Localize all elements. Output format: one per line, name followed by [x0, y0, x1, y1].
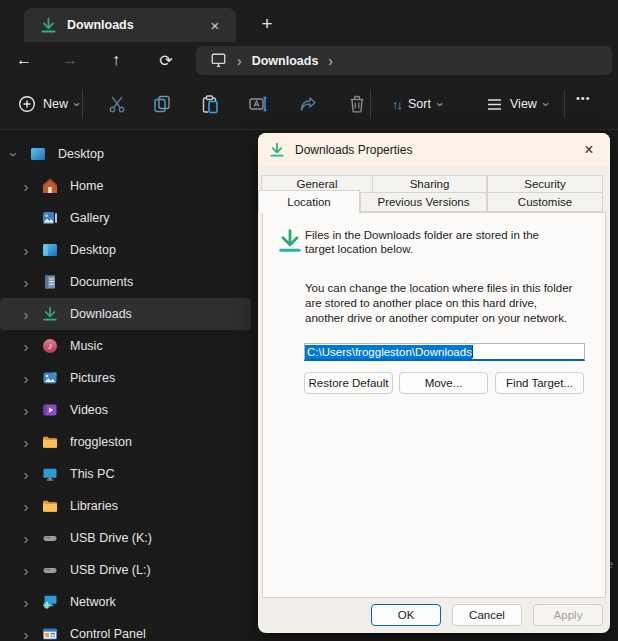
- tab-customise[interactable]: Customise: [487, 192, 603, 212]
- sidebar-item-videos[interactable]: › Videos: [0, 394, 251, 426]
- gallery-icon: [42, 210, 58, 226]
- chevron-right-icon[interactable]: ›: [20, 274, 32, 291]
- refresh-icon[interactable]: ⟳: [152, 46, 180, 74]
- downloads-icon: [40, 17, 57, 34]
- sidebar-item-pictures[interactable]: › Pictures: [0, 362, 251, 394]
- usb-drive-icon: [42, 562, 58, 578]
- sidebar-item-froggleston[interactable]: › froggleston: [0, 426, 251, 458]
- sidebar-item-libraries[interactable]: › Libraries: [0, 490, 251, 522]
- sidebar-item-usb-drive-l[interactable]: › USB Drive (L:): [0, 554, 251, 586]
- videos-icon: [42, 402, 58, 418]
- tab-previous-versions[interactable]: Previous Versions: [360, 192, 487, 212]
- tab-security[interactable]: Security: [487, 175, 603, 193]
- downloads-properties-dialog: Downloads Properties × General Sharing S…: [258, 133, 610, 633]
- command-toolbar: New ›: [0, 78, 618, 130]
- chevron-right-icon[interactable]: ›: [20, 242, 32, 259]
- chevron-right-icon[interactable]: ›: [20, 562, 32, 579]
- sidebar-item-desktop-root[interactable]: › Desktop: [0, 138, 251, 170]
- downloads-icon: [277, 227, 303, 255]
- chevron-right-icon: ›: [237, 53, 242, 69]
- dialog-close-icon[interactable]: ×: [574, 138, 604, 162]
- back-icon[interactable]: ←: [10, 46, 38, 74]
- new-label: New: [43, 97, 68, 111]
- cut-icon[interactable]: [107, 94, 127, 114]
- copy-icon[interactable]: [152, 94, 172, 114]
- up-icon[interactable]: ↑: [102, 46, 130, 74]
- sort-arrows-icon: ↑↓: [392, 97, 401, 112]
- sidebar-item-desktop[interactable]: › Desktop: [0, 234, 251, 266]
- chevron-right-icon[interactable]: ›: [20, 306, 32, 323]
- sidebar-item-home[interactable]: › Home: [0, 170, 251, 202]
- apply-button[interactable]: Apply: [533, 604, 603, 626]
- chevron-right-icon[interactable]: ›: [20, 370, 32, 387]
- dialog-title: Downloads Properties: [295, 143, 574, 157]
- sort-button[interactable]: ↑↓ Sort ›: [392, 90, 442, 118]
- desktop-icon: [42, 242, 58, 258]
- cancel-button[interactable]: Cancel: [452, 604, 522, 626]
- view-button[interactable]: View ›: [486, 90, 548, 118]
- description-text: You can change the location where files …: [305, 281, 573, 326]
- view-label: View: [510, 97, 537, 111]
- this-pc-icon: [210, 53, 227, 68]
- toolbar-separator: [370, 90, 371, 118]
- chevron-right-icon[interactable]: ›: [328, 53, 333, 69]
- chevron-down-icon[interactable]: ›: [6, 148, 23, 160]
- sort-label: Sort: [408, 97, 431, 111]
- selected-path-text: C:\Users\froggleston\Downloads: [305, 345, 472, 359]
- paste-icon[interactable]: [200, 94, 220, 114]
- forward-icon[interactable]: →: [56, 46, 84, 74]
- usb-drive-icon: [42, 530, 58, 546]
- sidebar-item-network[interactable]: › Network: [0, 586, 251, 618]
- dialog-title-bar: Downloads Properties ×: [258, 133, 610, 166]
- chevron-right-icon[interactable]: ›: [20, 434, 32, 451]
- breadcrumb[interactable]: Downloads: [252, 54, 319, 68]
- home-icon: [42, 178, 58, 194]
- share-icon[interactable]: [298, 94, 318, 114]
- new-tab-button[interactable]: +: [252, 10, 282, 38]
- sidebar-item-gallery[interactable]: › Gallery: [0, 202, 251, 234]
- view-lines-icon: [486, 96, 503, 113]
- sidebar-item-documents[interactable]: › Documents: [0, 266, 251, 298]
- see-more-button[interactable]: •••: [576, 92, 591, 104]
- sidebar-item-this-pc[interactable]: › This PC: [0, 458, 251, 490]
- tab-title: Downloads: [67, 18, 204, 32]
- tab-location[interactable]: Location: [258, 190, 360, 213]
- chevron-right-icon[interactable]: ›: [20, 594, 32, 611]
- find-target-button[interactable]: Find Target...: [495, 372, 584, 394]
- desktop-icon: [30, 146, 46, 162]
- folder-icon: [42, 434, 58, 450]
- address-bar[interactable]: › Downloads ›: [196, 46, 612, 75]
- file-explorer-window: Downloads × + ← → ↑ ⟳ › Downloads › New: [0, 0, 618, 641]
- move-button[interactable]: Move...: [399, 372, 488, 394]
- navigation-pane: › Desktop › Home › Gallery ›: [0, 131, 251, 641]
- chevron-right-icon[interactable]: ›: [20, 498, 32, 515]
- location-tab-page: Files in the Downloads folder are stored…: [262, 212, 606, 598]
- intro-text: Files in the Downloads folder are stored…: [305, 228, 559, 256]
- navigation-bar: ← → ↑ ⟳ › Downloads ›: [0, 42, 618, 78]
- rename-icon[interactable]: [248, 94, 268, 114]
- network-icon: [42, 594, 58, 610]
- sidebar-item-control-panel[interactable]: › Control Panel: [0, 618, 251, 641]
- sidebar-item-downloads[interactable]: › Downloads: [0, 298, 251, 330]
- chevron-right-icon[interactable]: ›: [20, 338, 32, 355]
- sidebar-item-usb-drive-k[interactable]: › USB Drive (K:): [0, 522, 251, 554]
- documents-icon: [42, 274, 58, 290]
- toolbar-separator: [82, 90, 83, 118]
- toolbar-separator: [564, 90, 565, 118]
- ok-button[interactable]: OK: [371, 604, 441, 626]
- restore-default-button[interactable]: Restore Default: [304, 372, 393, 394]
- text-caret: [472, 345, 473, 358]
- chevron-right-icon[interactable]: ›: [20, 626, 32, 641]
- chevron-down-icon: ›: [539, 102, 554, 106]
- delete-icon[interactable]: [347, 94, 367, 114]
- tab-sharing[interactable]: Sharing: [372, 175, 487, 193]
- new-button[interactable]: New ›: [12, 90, 85, 118]
- chevron-right-icon[interactable]: ›: [20, 402, 32, 419]
- target-path-input[interactable]: C:\Users\froggleston\Downloads: [304, 343, 585, 361]
- chevron-right-icon[interactable]: ›: [20, 178, 32, 195]
- tab-close-icon[interactable]: ×: [204, 14, 226, 36]
- sidebar-item-music[interactable]: › ♪ Music: [0, 330, 251, 362]
- explorer-tab-downloads[interactable]: Downloads ×: [24, 8, 236, 42]
- chevron-right-icon[interactable]: ›: [20, 530, 32, 547]
- chevron-right-icon[interactable]: ›: [20, 466, 32, 483]
